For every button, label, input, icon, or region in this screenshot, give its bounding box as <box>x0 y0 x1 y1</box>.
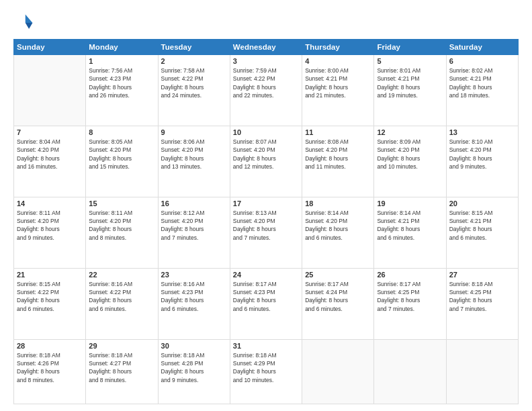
calendar-cell: 2Sunrise: 7:58 AM Sunset: 4:22 PM Daylig… <box>158 55 230 126</box>
day-info: Sunrise: 8:12 AM Sunset: 4:20 PM Dayligh… <box>161 209 227 242</box>
calendar-cell: 30Sunrise: 8:18 AM Sunset: 4:28 PM Dayli… <box>158 339 230 404</box>
col-header-tuesday: Tuesday <box>158 40 230 55</box>
calendar-table: SundayMondayTuesdayWednesdayThursdayFrid… <box>13 39 519 404</box>
day-info: Sunrise: 8:17 AM Sunset: 4:24 PM Dayligh… <box>305 280 371 313</box>
day-info: Sunrise: 8:00 AM Sunset: 4:21 PM Dayligh… <box>305 66 371 99</box>
calendar-cell: 28Sunrise: 8:18 AM Sunset: 4:26 PM Dayli… <box>14 339 86 404</box>
week-row-2: 7Sunrise: 8:04 AM Sunset: 4:20 PM Daylig… <box>14 126 519 197</box>
day-info: Sunrise: 8:18 AM Sunset: 4:29 PM Dayligh… <box>233 351 299 384</box>
day-number: 8 <box>89 128 154 136</box>
header <box>13 12 519 34</box>
calendar-cell: 17Sunrise: 8:13 AM Sunset: 4:20 PM Dayli… <box>230 197 302 268</box>
logo-icon <box>13 12 35 34</box>
calendar-cell: 24Sunrise: 8:17 AM Sunset: 4:23 PM Dayli… <box>230 268 302 339</box>
calendar-cell: 15Sunrise: 8:11 AM Sunset: 4:20 PM Dayli… <box>86 197 158 268</box>
calendar-cell: 7Sunrise: 8:04 AM Sunset: 4:20 PM Daylig… <box>14 126 86 197</box>
day-info: Sunrise: 7:58 AM Sunset: 4:22 PM Dayligh… <box>161 66 227 99</box>
day-info: Sunrise: 8:18 AM Sunset: 4:28 PM Dayligh… <box>161 351 227 384</box>
day-number: 18 <box>305 199 371 208</box>
calendar-cell: 20Sunrise: 8:15 AM Sunset: 4:21 PM Dayli… <box>446 197 518 268</box>
calendar-cell: 22Sunrise: 8:16 AM Sunset: 4:22 PM Dayli… <box>86 268 158 339</box>
day-number: 11 <box>305 128 371 136</box>
calendar-cell: 14Sunrise: 8:11 AM Sunset: 4:20 PM Dayli… <box>14 197 86 268</box>
calendar-cell: 6Sunrise: 8:02 AM Sunset: 4:21 PM Daylig… <box>446 55 518 126</box>
day-number: 7 <box>17 128 83 136</box>
col-header-saturday: Saturday <box>446 40 518 55</box>
day-number: 3 <box>233 57 299 65</box>
calendar-cell: 19Sunrise: 8:14 AM Sunset: 4:21 PM Dayli… <box>374 197 446 268</box>
day-info: Sunrise: 8:06 AM Sunset: 4:20 PM Dayligh… <box>161 138 227 171</box>
day-info: Sunrise: 8:16 AM Sunset: 4:22 PM Dayligh… <box>89 280 154 313</box>
week-row-1: 1Sunrise: 7:56 AM Sunset: 4:23 PM Daylig… <box>14 55 519 126</box>
day-number: 19 <box>377 199 443 208</box>
calendar-cell: 4Sunrise: 8:00 AM Sunset: 4:21 PM Daylig… <box>302 55 374 126</box>
week-row-5: 28Sunrise: 8:18 AM Sunset: 4:26 PM Dayli… <box>14 339 519 404</box>
page: SundayMondayTuesdayWednesdayThursdayFrid… <box>0 0 532 411</box>
calendar-cell: 23Sunrise: 8:16 AM Sunset: 4:23 PM Dayli… <box>158 268 230 339</box>
day-info: Sunrise: 8:09 AM Sunset: 4:20 PM Dayligh… <box>377 138 443 171</box>
calendar-cell: 18Sunrise: 8:14 AM Sunset: 4:20 PM Dayli… <box>302 197 374 268</box>
day-number: 9 <box>161 128 227 136</box>
day-info: Sunrise: 8:10 AM Sunset: 4:20 PM Dayligh… <box>449 138 515 171</box>
calendar-cell: 31Sunrise: 8:18 AM Sunset: 4:29 PM Dayli… <box>230 339 302 404</box>
calendar-cell: 5Sunrise: 8:01 AM Sunset: 4:21 PM Daylig… <box>374 55 446 126</box>
day-info: Sunrise: 8:11 AM Sunset: 4:20 PM Dayligh… <box>89 209 154 242</box>
day-info: Sunrise: 8:13 AM Sunset: 4:20 PM Dayligh… <box>233 209 299 242</box>
calendar-cell <box>446 339 518 404</box>
day-number: 23 <box>161 271 227 279</box>
calendar-cell: 16Sunrise: 8:12 AM Sunset: 4:20 PM Dayli… <box>158 197 230 268</box>
svg-marker-0 <box>26 15 33 23</box>
day-info: Sunrise: 8:18 AM Sunset: 4:26 PM Dayligh… <box>17 351 83 384</box>
col-header-sunday: Sunday <box>14 40 86 55</box>
calendar-header-row: SundayMondayTuesdayWednesdayThursdayFrid… <box>14 40 519 55</box>
day-info: Sunrise: 8:16 AM Sunset: 4:23 PM Dayligh… <box>161 280 227 313</box>
calendar-cell: 11Sunrise: 8:08 AM Sunset: 4:20 PM Dayli… <box>302 126 374 197</box>
day-number: 25 <box>305 271 371 279</box>
day-info: Sunrise: 7:56 AM Sunset: 4:23 PM Dayligh… <box>89 66 154 99</box>
day-info: Sunrise: 8:02 AM Sunset: 4:21 PM Dayligh… <box>449 66 515 99</box>
day-number: 2 <box>161 57 227 65</box>
day-info: Sunrise: 8:11 AM Sunset: 4:20 PM Dayligh… <box>17 209 83 242</box>
day-number: 21 <box>17 271 83 279</box>
calendar-cell: 25Sunrise: 8:17 AM Sunset: 4:24 PM Dayli… <box>302 268 374 339</box>
day-info: Sunrise: 8:07 AM Sunset: 4:20 PM Dayligh… <box>233 138 299 171</box>
day-number: 6 <box>449 57 515 65</box>
day-number: 15 <box>89 199 154 208</box>
day-number: 10 <box>233 128 299 136</box>
day-info: Sunrise: 8:18 AM Sunset: 4:25 PM Dayligh… <box>449 280 515 313</box>
day-number: 12 <box>377 128 443 136</box>
day-number: 28 <box>17 342 83 350</box>
calendar-cell: 3Sunrise: 7:59 AM Sunset: 4:22 PM Daylig… <box>230 55 302 126</box>
col-header-friday: Friday <box>374 40 446 55</box>
day-number: 1 <box>89 57 154 65</box>
col-header-wednesday: Wednesday <box>230 40 302 55</box>
day-info: Sunrise: 8:01 AM Sunset: 4:21 PM Dayligh… <box>377 66 443 99</box>
col-header-thursday: Thursday <box>302 40 374 55</box>
day-info: Sunrise: 8:04 AM Sunset: 4:20 PM Dayligh… <box>17 138 83 171</box>
day-info: Sunrise: 8:15 AM Sunset: 4:21 PM Dayligh… <box>449 209 515 242</box>
day-number: 17 <box>233 199 299 208</box>
logo <box>13 12 38 34</box>
day-number: 5 <box>377 57 443 65</box>
day-info: Sunrise: 8:14 AM Sunset: 4:21 PM Dayligh… <box>377 209 443 242</box>
calendar-cell: 8Sunrise: 8:05 AM Sunset: 4:20 PM Daylig… <box>86 126 158 197</box>
week-row-3: 14Sunrise: 8:11 AM Sunset: 4:20 PM Dayli… <box>14 197 519 268</box>
day-number: 31 <box>233 342 299 350</box>
week-row-4: 21Sunrise: 8:15 AM Sunset: 4:22 PM Dayli… <box>14 268 519 339</box>
calendar-cell: 26Sunrise: 8:17 AM Sunset: 4:25 PM Dayli… <box>374 268 446 339</box>
svg-marker-1 <box>26 23 33 29</box>
day-info: Sunrise: 7:59 AM Sunset: 4:22 PM Dayligh… <box>233 66 299 99</box>
calendar-cell <box>374 339 446 404</box>
calendar-cell: 29Sunrise: 8:18 AM Sunset: 4:27 PM Dayli… <box>86 339 158 404</box>
day-number: 24 <box>233 271 299 279</box>
col-header-monday: Monday <box>86 40 158 55</box>
calendar-cell <box>302 339 374 404</box>
calendar-cell: 13Sunrise: 8:10 AM Sunset: 4:20 PM Dayli… <box>446 126 518 197</box>
calendar-cell: 21Sunrise: 8:15 AM Sunset: 4:22 PM Dayli… <box>14 268 86 339</box>
calendar-cell: 27Sunrise: 8:18 AM Sunset: 4:25 PM Dayli… <box>446 268 518 339</box>
day-info: Sunrise: 8:14 AM Sunset: 4:20 PM Dayligh… <box>305 209 371 242</box>
day-number: 27 <box>449 271 515 279</box>
day-number: 16 <box>161 199 227 208</box>
day-info: Sunrise: 8:05 AM Sunset: 4:20 PM Dayligh… <box>89 138 154 171</box>
day-info: Sunrise: 8:15 AM Sunset: 4:22 PM Dayligh… <box>17 280 83 313</box>
